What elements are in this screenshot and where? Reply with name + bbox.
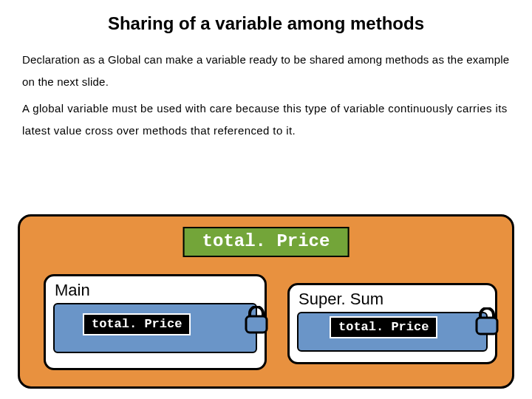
variable-chip-supersum: total. Price [330,316,437,338]
paragraph-1: Declaration as a Global can make a varia… [22,49,510,93]
lock-icon [244,306,269,335]
diagram: total. Price Main total. Price Super. Su… [18,214,514,389]
slide-title: Sharing of a variable among methods [22,13,510,34]
variable-chip-main: total. Price [83,313,191,335]
method-label-supersum: Super. Sum [299,290,488,309]
lock-icon [474,307,499,337]
global-variable-chip: total. Price [183,227,349,257]
global-scope-box: total. Price Main total. Price Super. Su… [18,214,514,389]
method-box-main: Main total. Price [44,274,267,370]
paragraph-2: A global variable must be used with care… [22,98,510,142]
svg-rect-0 [246,316,267,332]
method-label-main: Main [55,281,257,300]
method-box-supersum: Super. Sum total. Price [287,283,497,364]
svg-rect-1 [477,318,497,334]
method-body-main: total. Price [53,303,257,353]
method-body-supersum: total. Price [297,312,488,352]
